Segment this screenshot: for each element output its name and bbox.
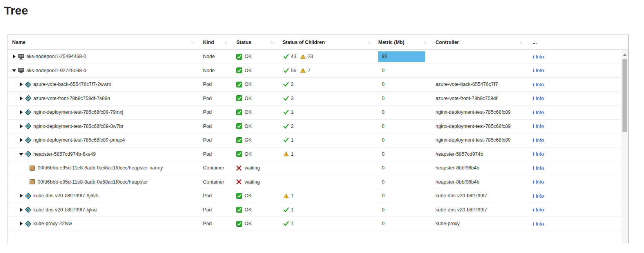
vertical-scrollbar[interactable] <box>621 50 628 243</box>
kind-cell: Pod <box>198 92 232 106</box>
kind-label: Pod <box>203 193 212 198</box>
status-cell: OK <box>232 147 278 161</box>
children-warning-count: 1 <box>291 193 294 198</box>
scrollbar-up-arrow[interactable] <box>623 53 627 56</box>
status-label: OK <box>245 54 252 59</box>
info-link[interactable]: iInfo <box>533 67 544 73</box>
info-icon: i <box>533 95 534 101</box>
info-link[interactable]: iInfo <box>533 221 544 227</box>
column-header-controller[interactable]: Controller↑↓ <box>431 35 527 49</box>
status-label: waiting <box>245 179 260 185</box>
table-row[interactable]: 00fd6bbb-e95d-11e8-8adb-0a58ac1f0cec/hea… <box>7 175 621 189</box>
table-row[interactable]: azure-vote-front-78b9c759df-7s89nPodOK30… <box>7 92 621 106</box>
column-header-status[interactable]: Status↑↓ <box>232 35 278 49</box>
row-name: 00fd6bbb-e95d-11e8-8adb-0a58ac1f0cec/hea… <box>38 165 163 171</box>
collapse-caret-icon[interactable] <box>19 152 23 156</box>
sort-icon[interactable]: ↑↓ <box>368 40 371 45</box>
status-label: OK <box>245 193 252 198</box>
controller-name: heapster-5857cd974b <box>435 151 483 157</box>
kind-label: Pod <box>203 82 212 87</box>
info-link[interactable]: iInfo <box>533 123 544 129</box>
status-ok-icon <box>236 137 242 143</box>
info-link[interactable]: iInfo <box>533 95 544 101</box>
info-link[interactable]: iInfo <box>533 109 544 115</box>
info-link[interactable]: iInfo <box>533 151 544 157</box>
expand-caret-icon[interactable] <box>19 82 23 86</box>
controller-cell: nginx-deployment-test-785c68fc89 <box>431 120 527 133</box>
info-link[interactable]: iInfo <box>533 207 544 213</box>
info-icon: i <box>533 165 534 171</box>
sort-icon[interactable]: ↑↓ <box>224 40 227 45</box>
name-cell: azure-vote-front-78b9c759df-7s89n <box>7 92 198 106</box>
scrollbar-thumb[interactable] <box>622 59 627 132</box>
table-row[interactable]: aks-nodepool1-25494468-0NodeOK432395iInf… <box>7 50 621 64</box>
sort-icon[interactable]: ↑↓ <box>270 40 274 45</box>
tree-grid: Name↑↓Kind↑↓Status↑↓Status of Children↑↓… <box>7 35 629 243</box>
kind-label: Container <box>203 165 224 171</box>
status-cell: OK <box>232 203 278 217</box>
sort-icon[interactable]: ↑↓ <box>423 40 426 45</box>
expand-caret-icon[interactable] <box>19 222 23 226</box>
controller-name: azure-vote-back-655476c7f7 <box>435 82 498 87</box>
status-ok-icon <box>236 82 242 87</box>
table-row[interactable]: nginx-deployment-test-785c68fc89-79mxjPo… <box>7 106 621 120</box>
name-cell: nginx-deployment-test-785c68fc89-79mxj <box>7 106 198 119</box>
column-header-children[interactable]: Status of Children↑↓ <box>278 35 375 49</box>
controller-cell: heapster-8bbf96b4b <box>431 161 527 175</box>
row-name: nginx-deployment-test-785c68fc89-pmqc4 <box>33 137 125 143</box>
expand-caret-icon[interactable] <box>19 194 23 198</box>
status-cell: OK <box>232 120 278 133</box>
column-header-label: Controller <box>435 40 459 45</box>
expand-caret-icon[interactable] <box>19 124 23 128</box>
status-of-children-cell: 3 <box>278 92 375 106</box>
info-link[interactable]: iInfo <box>533 165 544 171</box>
sort-icon[interactable]: ↑↓ <box>519 40 522 45</box>
children-ok-count: 2 <box>291 124 294 129</box>
column-header-metric[interactable]: Metric (Mb)↑↓ <box>375 35 431 49</box>
info-icon: i <box>533 123 534 129</box>
table-row[interactable]: aks-nodepool1-92725098-0NodeOK5670iInfo <box>7 64 621 78</box>
expand-caret-icon[interactable] <box>19 138 23 142</box>
controller-name: kube-dns-v20-b8ff799f7 <box>435 193 487 198</box>
table-row[interactable]: azure-vote-back-655476c7f7-2wwrxPodOK20a… <box>7 78 621 92</box>
sort-icon[interactable]: ↑↓ <box>191 40 194 45</box>
children-ok-count: 43 <box>291 54 296 59</box>
table-row[interactable]: kube-proxy-22tvwPodOK10kube-proxyiInfo <box>7 217 621 231</box>
column-header-kind[interactable]: Kind↑↓ <box>198 35 232 49</box>
status-label: OK <box>245 68 252 73</box>
info-link-label: Info <box>536 207 544 213</box>
table-row[interactable]: nginx-deployment-test-785c68fc89-pmqc4Po… <box>7 133 621 147</box>
pod-icon <box>25 109 31 115</box>
info-link[interactable]: iInfo <box>533 137 544 143</box>
kind-label: Node <box>203 54 215 59</box>
status-cell: OK <box>232 217 278 231</box>
info-link-label: Info <box>536 221 544 227</box>
info-link[interactable]: iInfo <box>533 179 544 185</box>
status-cell: OK <box>232 64 278 78</box>
info-link[interactable]: iInfo <box>533 193 544 199</box>
column-header-label: Status of Children <box>283 40 325 45</box>
expand-caret-icon[interactable] <box>19 110 23 114</box>
table-row[interactable]: kube-dns-v20-b8ff799f7-kjkvzPodOK10kube-… <box>7 203 621 217</box>
expand-caret-icon[interactable] <box>12 55 16 58</box>
info-link-label: Info <box>536 96 544 101</box>
metric-value: 0 <box>382 179 385 185</box>
expand-caret-icon[interactable] <box>19 96 23 100</box>
expand-caret-icon[interactable] <box>19 208 23 212</box>
children-ok-check-icon <box>283 207 289 213</box>
collapse-caret-icon[interactable] <box>12 69 16 73</box>
table-row[interactable]: nginx-deployment-test-785c68fc89-8w7brPo… <box>7 120 621 134</box>
kind-cell: Pod <box>198 147 232 161</box>
info-link[interactable]: iInfo <box>533 82 544 87</box>
metric-value: 0 <box>382 124 385 129</box>
table-row[interactable]: heapster-5857cd974b-6xs49PodOK10heapster… <box>7 147 621 162</box>
column-header-name[interactable]: Name↑↓ <box>7 35 198 49</box>
table-row[interactable]: kube-dns-v20-b8ff799f7-9j6vhPodOK10kube-… <box>7 189 621 203</box>
info-link[interactable]: iInfo <box>533 54 544 60</box>
status-label: OK <box>245 137 252 143</box>
metric-value-bar: 95 <box>378 51 425 62</box>
table-row[interactable]: 00fd6bbb-e95d-11e8-8adb-0a58ac1f0cec/hea… <box>7 161 621 175</box>
row-name: azure-vote-back-655476c7f7-2wwrx <box>33 82 111 87</box>
status-of-children-cell: 4323 <box>278 50 375 64</box>
status-cell: waiting <box>232 175 278 189</box>
